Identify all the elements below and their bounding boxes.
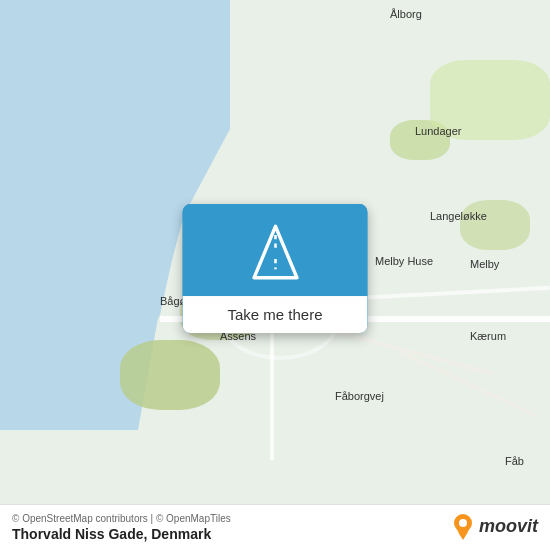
moovit-logo: moovit: [451, 512, 538, 540]
moovit-pin-icon: [451, 512, 475, 540]
green-patch-4: [460, 200, 530, 250]
green-patch-3: [430, 60, 550, 140]
take-me-there-button[interactable]: Take me there: [183, 296, 368, 333]
svg-point-4: [459, 519, 467, 527]
moovit-text: moovit: [479, 516, 538, 537]
svg-marker-0: [254, 226, 297, 277]
popup-card: Take me there: [183, 204, 368, 333]
road-icon: [240, 222, 310, 282]
green-patch-5: [120, 340, 220, 410]
popup-icon-area: [183, 204, 368, 296]
bottom-bar: © OpenStreetMap contributors | © OpenMap…: [0, 504, 550, 550]
map-container: ÅlborgLundagerLangeløkkeMelby HuseMelbyK…: [0, 0, 550, 550]
